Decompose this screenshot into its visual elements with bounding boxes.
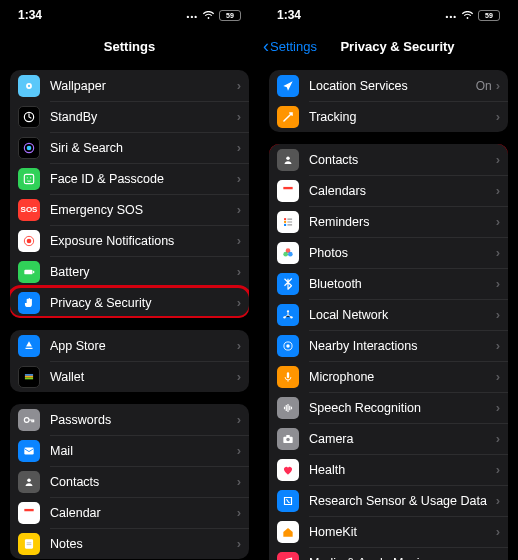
privacy-list[interactable]: Location ServicesOn›Tracking›Contacts›Ca…: [259, 62, 518, 560]
settings-row-contacts[interactable]: Contacts›: [10, 466, 249, 497]
settings-row-location-services[interactable]: Location ServicesOn›: [269, 70, 508, 101]
svg-rect-43: [286, 434, 290, 436]
settings-row-notes[interactable]: Notes›: [10, 528, 249, 559]
svg-point-4: [27, 145, 32, 150]
settings-row-privacy-security[interactable]: Privacy & Security›: [10, 287, 249, 318]
svg-point-28: [284, 223, 286, 225]
settings-row-emergency-sos[interactable]: SOSEmergency SOS›: [10, 194, 249, 225]
row-label: Battery: [50, 265, 237, 279]
settings-row-local-network[interactable]: Local Network›: [269, 299, 508, 330]
settings-row-camera[interactable]: Camera›: [269, 423, 508, 454]
siri-icon: [18, 137, 40, 159]
row-label: Speech Recognition: [309, 401, 496, 415]
chevron-right-icon: ›: [237, 412, 241, 427]
svg-point-42: [286, 437, 290, 441]
chevron-right-icon: ›: [496, 462, 500, 477]
svg-rect-13: [25, 375, 33, 377]
row-label: Calendars: [309, 184, 496, 198]
settings-row-wallpaper[interactable]: Wallpaper›: [10, 70, 249, 101]
settings-list[interactable]: Wallpaper›StandBy›Siri & Search›Face ID …: [0, 62, 259, 560]
contacts-icon: [277, 149, 299, 171]
row-label: Local Network: [309, 308, 496, 322]
settings-row-calendar[interactable]: Calendar›: [10, 497, 249, 528]
faceid-icon: [18, 168, 40, 190]
chevron-right-icon: ›: [496, 245, 500, 260]
chevron-right-icon: ›: [496, 524, 500, 539]
chevron-right-icon: ›: [496, 307, 500, 322]
settings-row-contacts[interactable]: Contacts›: [269, 144, 508, 175]
settings-group: Passwords›Mail›Contacts›Calendar›Notes›: [10, 404, 249, 559]
settings-row-microphone[interactable]: Microphone›: [269, 361, 508, 392]
row-label: Wallet: [50, 370, 237, 384]
status-indicators: 59: [446, 8, 500, 22]
chevron-right-icon: ›: [496, 276, 500, 291]
left-phone-settings: 1:34 59 Settings Wallpaper›StandBy›Siri …: [0, 0, 259, 560]
row-label: HomeKit: [309, 525, 496, 539]
settings-row-siri-search[interactable]: Siri & Search›: [10, 132, 249, 163]
chevron-right-icon: ›: [496, 338, 500, 353]
svg-point-6: [27, 177, 28, 178]
settings-group: Contacts›Calendars›Reminders›Photos›Blue…: [269, 144, 508, 560]
mic-icon: [277, 366, 299, 388]
key-icon: [18, 409, 40, 431]
row-label: Passwords: [50, 413, 237, 427]
notes-icon: [18, 533, 40, 555]
row-label: Microphone: [309, 370, 496, 384]
standby-icon: [18, 106, 40, 128]
settings-row-nearby-interactions[interactable]: Nearby Interactions›: [269, 330, 508, 361]
settings-row-reminders[interactable]: Reminders›: [269, 206, 508, 237]
settings-row-homekit[interactable]: HomeKit›: [269, 516, 508, 547]
settings-row-research-sensor-usage-data[interactable]: Research Sensor & Usage Data›: [269, 485, 508, 516]
chevron-right-icon: ›: [237, 369, 241, 384]
settings-row-mail[interactable]: Mail›: [10, 435, 249, 466]
row-label: Contacts: [309, 153, 496, 167]
svg-rect-19: [24, 508, 33, 510]
row-label: Media & Apple Music: [309, 556, 496, 561]
speech-icon: [277, 397, 299, 419]
camera-icon: [277, 428, 299, 450]
settings-row-battery[interactable]: Battery›: [10, 256, 249, 287]
row-label: Reminders: [309, 215, 496, 229]
settings-row-speech-recognition[interactable]: Speech Recognition›: [269, 392, 508, 423]
settings-row-photos[interactable]: Photos›: [269, 237, 508, 268]
chevron-right-icon: ›: [496, 78, 500, 93]
row-label: Siri & Search: [50, 141, 237, 155]
settings-row-health[interactable]: Health›: [269, 454, 508, 485]
settings-row-passwords[interactable]: Passwords›: [10, 404, 249, 435]
svg-point-34: [288, 251, 293, 256]
back-button[interactable]: ‹ Settings: [263, 37, 317, 55]
status-bar: 1:34 59: [259, 0, 518, 30]
settings-row-standby[interactable]: StandBy›: [10, 101, 249, 132]
settings-row-app-store[interactable]: App Store›: [10, 330, 249, 361]
row-label: Emergency SOS: [50, 203, 237, 217]
settings-row-face-id-passcode[interactable]: Face ID & Passcode›: [10, 163, 249, 194]
chevron-right-icon: ›: [237, 109, 241, 124]
svg-rect-16: [24, 447, 33, 454]
chevron-left-icon: ‹: [263, 37, 269, 55]
chevron-right-icon: ›: [237, 536, 241, 551]
chevron-right-icon: ›: [496, 493, 500, 508]
row-value: On: [476, 79, 492, 93]
settings-row-tracking[interactable]: Tracking›: [269, 101, 508, 132]
settings-group: App Store›Wallet›: [10, 330, 249, 392]
photos-icon: [277, 242, 299, 264]
settings-row-wallet[interactable]: Wallet›: [10, 361, 249, 392]
chevron-right-icon: ›: [237, 505, 241, 520]
row-label: Camera: [309, 432, 496, 446]
row-label: Exposure Notifications: [50, 234, 237, 248]
chevron-right-icon: ›: [496, 109, 500, 124]
chevron-right-icon: ›: [496, 369, 500, 384]
svg-point-17: [27, 478, 31, 482]
settings-row-media-apple-music[interactable]: Media & Apple Music›: [269, 547, 508, 560]
settings-group: Wallpaper›StandBy›Siri & Search›Face ID …: [10, 70, 249, 318]
svg-rect-10: [24, 269, 32, 274]
location-icon: [277, 75, 299, 97]
settings-row-bluetooth[interactable]: Bluetooth›: [269, 268, 508, 299]
chevron-right-icon: ›: [496, 152, 500, 167]
settings-row-exposure-notifications[interactable]: Exposure Notifications›: [10, 225, 249, 256]
chevron-right-icon: ›: [237, 443, 241, 458]
chevron-right-icon: ›: [237, 338, 241, 353]
settings-group: Location ServicesOn›Tracking›: [269, 70, 508, 132]
row-label: Photos: [309, 246, 496, 260]
settings-row-calendars[interactable]: Calendars›: [269, 175, 508, 206]
